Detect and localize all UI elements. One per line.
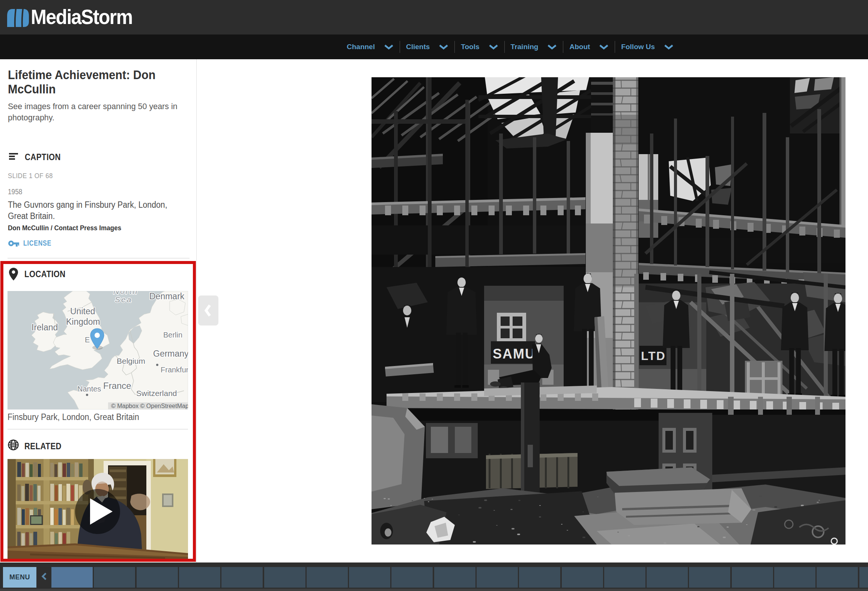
svg-text:Ireland: Ireland [32, 322, 58, 332]
svg-text:United: United [70, 306, 95, 316]
svg-text:© Mapbox © OpenStreetMap: © Mapbox © OpenStreetMap [111, 403, 188, 409]
svg-text:Frankfurt: Frankfurt [161, 366, 188, 374]
svg-text:Denmark: Denmark [149, 291, 185, 301]
svg-text:E: E [85, 336, 90, 344]
svg-text:SAMU: SAMU [493, 346, 536, 362]
svg-text:Kingdom: Kingdom [66, 317, 100, 327]
svg-text:Germany: Germany [153, 349, 188, 358]
svg-text:Berlin: Berlin [163, 331, 182, 339]
svg-text:France: France [103, 381, 131, 391]
svg-text:Belgium: Belgium [117, 357, 145, 365]
svg-text:Switzerland: Switzerland [136, 389, 177, 398]
svg-text:Nantes: Nantes [77, 385, 101, 393]
svg-text:LTD: LTD [641, 349, 666, 363]
svg-text:Sea: Sea [115, 295, 132, 304]
